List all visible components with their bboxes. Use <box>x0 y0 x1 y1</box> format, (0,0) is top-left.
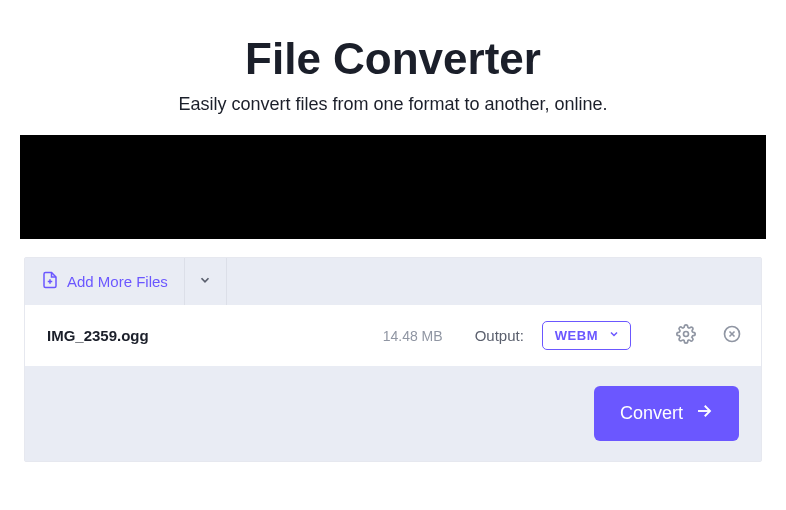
arrow-right-icon <box>695 402 713 425</box>
file-size: 14.48 MB <box>383 328 443 344</box>
file-add-icon <box>41 271 59 292</box>
add-options-dropdown-button[interactable] <box>185 258 227 305</box>
close-circle-icon <box>722 324 742 347</box>
svg-point-2 <box>684 332 689 337</box>
footer-bar: Convert <box>25 366 761 461</box>
file-name: IMG_2359.ogg <box>47 327 369 344</box>
output-format-select[interactable]: WEBM <box>542 321 631 350</box>
page-subtitle: Easily convert files from one format to … <box>0 94 786 115</box>
page-title: File Converter <box>0 34 786 84</box>
remove-file-button[interactable] <box>721 325 743 347</box>
output-label: Output: <box>475 327 524 344</box>
settings-button[interactable] <box>675 325 697 347</box>
converter-panel: Add More Files IMG_2359.ogg 14.48 MB Out… <box>24 257 762 462</box>
file-row: IMG_2359.ogg 14.48 MB Output: WEBM <box>25 305 761 366</box>
toolbar: Add More Files <box>25 258 761 305</box>
chevron-down-icon <box>608 328 620 343</box>
selected-format-value: WEBM <box>555 328 598 343</box>
add-more-files-label: Add More Files <box>67 273 168 290</box>
chevron-down-icon <box>198 273 212 290</box>
convert-button-label: Convert <box>620 403 683 424</box>
add-more-files-button[interactable]: Add More Files <box>25 258 185 305</box>
convert-button[interactable]: Convert <box>594 386 739 441</box>
ad-banner <box>20 135 766 239</box>
gear-icon <box>676 324 696 347</box>
